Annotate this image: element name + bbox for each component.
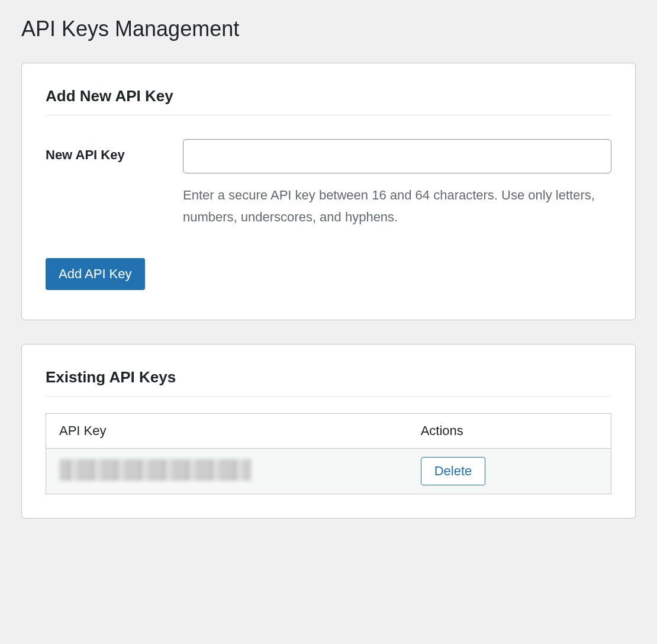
existing-api-keys-card: Existing API Keys API Key Actions Delete <box>21 344 636 519</box>
column-header-actions: Actions <box>408 413 611 448</box>
add-card-title: Add New API Key <box>46 87 611 115</box>
existing-card-title: Existing API Keys <box>46 368 611 397</box>
new-api-key-input[interactable] <box>183 139 611 173</box>
new-api-key-row: New API Key Enter a secure API key betwe… <box>46 139 611 228</box>
api-keys-table: API Key Actions Delete <box>46 413 611 494</box>
new-api-key-label: New API Key <box>46 139 183 163</box>
add-api-key-card: Add New API Key New API Key Enter a secu… <box>21 63 636 320</box>
api-key-value-redacted <box>59 459 252 481</box>
column-header-key: API Key <box>46 413 408 448</box>
add-api-key-button[interactable]: Add API Key <box>46 258 145 290</box>
page-title: API Keys Management <box>21 17 636 41</box>
table-row: Delete <box>46 448 611 494</box>
delete-api-key-button[interactable]: Delete <box>421 457 486 485</box>
new-api-key-help: Enter a secure API key between 16 and 64… <box>183 184 611 228</box>
